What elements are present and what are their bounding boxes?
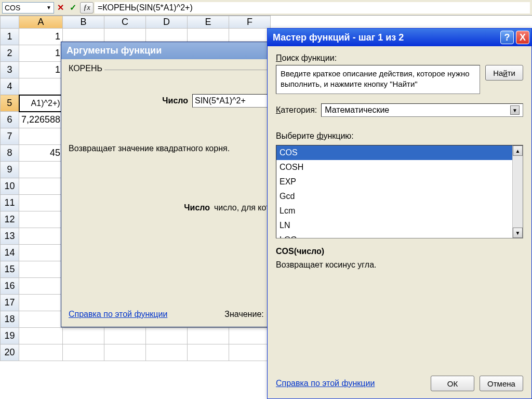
cell[interactable] (188, 328, 229, 344)
row-header[interactable]: 3 (1, 62, 19, 78)
list-item[interactable]: LN (276, 218, 512, 233)
cell[interactable] (19, 344, 63, 361)
wizard-footer: Справка по этой функции ОК Отмена (276, 376, 523, 391)
cell[interactable] (63, 328, 104, 344)
row-header[interactable]: 1 (1, 29, 19, 45)
find-button[interactable]: Найти (485, 65, 523, 81)
row-header[interactable]: 12 (1, 211, 19, 228)
row-header[interactable]: 4 (1, 78, 19, 95)
cell[interactable] (19, 328, 63, 344)
value-label: Значение: (224, 310, 263, 319)
cell[interactable] (188, 344, 229, 361)
cell[interactable]: A1)^2+) (19, 95, 63, 112)
confirm-icon[interactable]: ✓ (67, 2, 78, 14)
row-header[interactable]: 6 (1, 112, 19, 128)
cell[interactable] (19, 78, 63, 95)
cell[interactable] (104, 344, 146, 361)
list-item[interactable]: Lcm (276, 204, 512, 218)
arg-desc-text: число, для кото (214, 203, 274, 212)
category-row: Категория: Математические ▼ (276, 103, 523, 117)
function-syntax-desc: Возвращает косинус угла. (276, 260, 523, 270)
cell[interactable] (19, 311, 63, 328)
close-icon[interactable]: X (516, 31, 529, 44)
fx-button[interactable]: ƒx (80, 2, 94, 14)
cell[interactable] (229, 344, 271, 361)
cell[interactable]: 7,226588 (19, 112, 63, 128)
wizard-help-link[interactable]: Справка по этой функции (276, 379, 425, 388)
list-item[interactable]: COSH (276, 160, 512, 175)
cell[interactable] (19, 178, 63, 195)
cell[interactable] (19, 162, 63, 178)
search-label: Поиск функции: (276, 54, 523, 63)
help-icon[interactable]: ? (500, 31, 514, 44)
cell[interactable]: 45 (19, 145, 63, 162)
cell[interactable]: 1 (19, 29, 63, 45)
cell[interactable] (19, 278, 63, 295)
chevron-down-icon[interactable]: ▼ (510, 105, 520, 115)
row-header[interactable]: 20 (1, 344, 19, 361)
row-header[interactable]: 9 (1, 162, 19, 178)
cancel-button[interactable]: Отмена (480, 376, 523, 391)
scroll-up-icon[interactable]: ▲ (513, 145, 523, 156)
function-list-items: COSCOSHEXPGcdLcmLNLOG (276, 145, 512, 238)
column-header[interactable]: D (146, 16, 188, 29)
cell[interactable] (104, 328, 146, 344)
cell[interactable] (19, 128, 63, 145)
row-header[interactable]: 15 (1, 261, 19, 278)
cell[interactable] (146, 344, 188, 361)
row-header[interactable]: 5 (1, 95, 19, 112)
function-syntax: COS(число) (276, 247, 523, 256)
cell[interactable] (19, 195, 63, 211)
cell[interactable]: 1 (19, 45, 63, 62)
column-header[interactable]: E (188, 16, 229, 29)
cell[interactable] (19, 295, 63, 311)
row-header[interactable]: 10 (1, 178, 19, 195)
name-box-value: COS (5, 2, 20, 14)
search-input[interactable]: Введите краткое описание действия, котор… (276, 65, 480, 94)
row-header[interactable]: 7 (1, 128, 19, 145)
arg-desc-label: Число (69, 203, 214, 212)
dropdown-icon[interactable]: ▼ (46, 2, 51, 14)
cell[interactable] (19, 228, 63, 245)
wizard-title: Мастер функций - шаг 1 из 2 (273, 32, 404, 43)
row-header[interactable]: 8 (1, 145, 19, 162)
wizard-body: Поиск функции: Введите краткое описание … (268, 46, 531, 398)
row-header[interactable]: 16 (1, 278, 19, 295)
column-header[interactable]: C (104, 16, 146, 29)
scroll-down-icon[interactable]: ▼ (513, 228, 523, 238)
row-header[interactable]: 13 (1, 228, 19, 245)
function-listbox[interactable]: COSCOSHEXPGcdLcmLNLOG ▲ ▼ (276, 145, 523, 238)
cell[interactable] (63, 344, 104, 361)
cell[interactable] (19, 261, 63, 278)
list-item[interactable]: LOG (276, 233, 512, 238)
row-header[interactable]: 2 (1, 45, 19, 62)
cell[interactable] (146, 328, 188, 344)
function-wizard-dialog: Мастер функций - шаг 1 из 2 ? X Поиск фу… (267, 28, 532, 399)
ok-button[interactable]: ОК (431, 376, 474, 391)
name-box[interactable]: COS ▼ (2, 2, 54, 14)
category-select[interactable]: Математические ▼ (321, 103, 523, 117)
select-function-label: Выберите функцию: (276, 131, 523, 141)
row-header[interactable]: 11 (1, 195, 19, 211)
formula-input[interactable] (95, 2, 530, 14)
corner-cell[interactable] (1, 16, 19, 29)
column-header[interactable]: B (63, 16, 104, 29)
wizard-titlebar: Мастер функций - шаг 1 из 2 ? X (268, 29, 531, 46)
row-header[interactable]: 19 (1, 328, 19, 344)
list-item[interactable]: EXP (276, 175, 512, 189)
cell[interactable]: 1 (19, 62, 63, 78)
args-help-link[interactable]: Справка по этой функции (69, 310, 167, 319)
cancel-icon[interactable]: ✕ (55, 2, 66, 14)
listbox-scrollbar[interactable]: ▲ ▼ (512, 145, 523, 238)
column-header[interactable]: A (19, 16, 63, 29)
formula-bar: COS ▼ ✕ ✓ ƒx (0, 0, 532, 16)
list-item[interactable]: Gcd (276, 189, 512, 204)
row-header[interactable]: 18 (1, 311, 19, 328)
row-header[interactable]: 17 (1, 295, 19, 311)
column-header[interactable]: F (229, 16, 271, 29)
row-header[interactable]: 14 (1, 245, 19, 261)
cell[interactable] (19, 245, 63, 261)
cell[interactable] (229, 328, 271, 344)
cell[interactable] (19, 211, 63, 228)
list-item[interactable]: COS (276, 145, 512, 160)
